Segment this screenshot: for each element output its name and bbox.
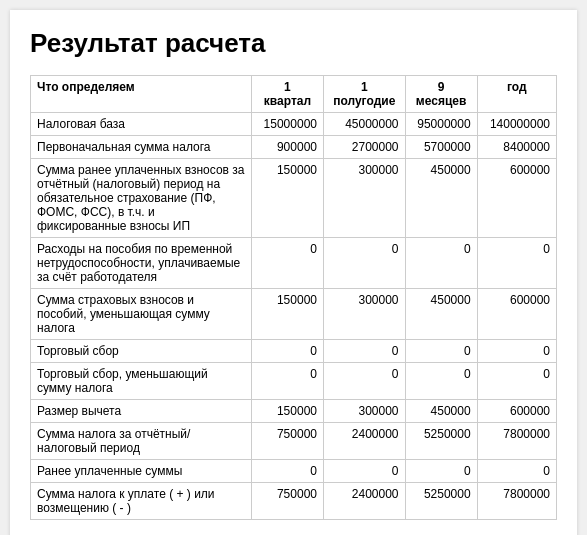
table-row: Размер вычета150000300000450000600000 (31, 400, 557, 423)
page-title: Результат расчета (30, 28, 557, 59)
table-row: Торговый сбор, уменьшающий сумму налога0… (31, 363, 557, 400)
table-row: Расходы на пособия по временной нетрудос… (31, 238, 557, 289)
row-q1: 750000 (251, 423, 323, 460)
row-year: 0 (477, 460, 556, 483)
col-header-year: год (477, 76, 556, 113)
row-h1: 2400000 (323, 483, 405, 520)
row-label: Сумма страховых взносов и пособий, умень… (31, 289, 252, 340)
row-year: 7800000 (477, 483, 556, 520)
row-label: Сумма налога за отчётный/налоговый перио… (31, 423, 252, 460)
row-h1: 45000000 (323, 113, 405, 136)
table-row: Сумма страховых взносов и пособий, умень… (31, 289, 557, 340)
row-h1: 300000 (323, 400, 405, 423)
table-row: Сумма налога к уплате ( + ) или возмещен… (31, 483, 557, 520)
row-m9: 0 (405, 363, 477, 400)
row-q1: 150000 (251, 159, 323, 238)
row-year: 0 (477, 340, 556, 363)
table-row: Первоначальная сумма налога9000002700000… (31, 136, 557, 159)
table-row: Торговый сбор0000 (31, 340, 557, 363)
col-header-q1: 1квартал (251, 76, 323, 113)
row-q1: 0 (251, 340, 323, 363)
row-year: 7800000 (477, 423, 556, 460)
table-row: Сумма ранее уплаченных взносов за отчётн… (31, 159, 557, 238)
row-label: Налоговая база (31, 113, 252, 136)
row-h1: 0 (323, 238, 405, 289)
table-row: Ранее уплаченные суммы0000 (31, 460, 557, 483)
row-label: Размер вычета (31, 400, 252, 423)
row-q1: 0 (251, 238, 323, 289)
row-q1: 900000 (251, 136, 323, 159)
results-table: Что определяем 1квартал 1полугодие 9меся… (30, 75, 557, 520)
row-m9: 0 (405, 238, 477, 289)
row-m9: 95000000 (405, 113, 477, 136)
row-h1: 2700000 (323, 136, 405, 159)
row-label: Сумма ранее уплаченных взносов за отчётн… (31, 159, 252, 238)
row-h1: 300000 (323, 289, 405, 340)
row-year: 8400000 (477, 136, 556, 159)
row-m9: 0 (405, 340, 477, 363)
row-m9: 5250000 (405, 423, 477, 460)
row-year: 600000 (477, 159, 556, 238)
row-label: Ранее уплаченные суммы (31, 460, 252, 483)
table-row: Сумма налога за отчётный/налоговый перио… (31, 423, 557, 460)
row-label: Сумма налога к уплате ( + ) или возмещен… (31, 483, 252, 520)
row-year: 0 (477, 363, 556, 400)
row-year: 140000000 (477, 113, 556, 136)
col-header-h1: 1полугодие (323, 76, 405, 113)
row-m9: 5700000 (405, 136, 477, 159)
row-year: 600000 (477, 289, 556, 340)
row-q1: 0 (251, 460, 323, 483)
col-header-m9: 9месяцев (405, 76, 477, 113)
row-year: 0 (477, 238, 556, 289)
row-year: 600000 (477, 400, 556, 423)
row-q1: 150000 (251, 289, 323, 340)
row-q1: 15000000 (251, 113, 323, 136)
row-h1: 0 (323, 363, 405, 400)
row-label: Торговый сбор (31, 340, 252, 363)
row-h1: 2400000 (323, 423, 405, 460)
row-q1: 0 (251, 363, 323, 400)
row-q1: 150000 (251, 400, 323, 423)
row-m9: 0 (405, 460, 477, 483)
row-m9: 450000 (405, 400, 477, 423)
col-header-label: Что определяем (31, 76, 252, 113)
row-h1: 300000 (323, 159, 405, 238)
row-m9: 5250000 (405, 483, 477, 520)
row-label: Расходы на пособия по временной нетрудос… (31, 238, 252, 289)
row-label: Первоначальная сумма налога (31, 136, 252, 159)
row-m9: 450000 (405, 159, 477, 238)
row-h1: 0 (323, 460, 405, 483)
row-label: Торговый сбор, уменьшающий сумму налога (31, 363, 252, 400)
table-row: Налоговая база15000000450000009500000014… (31, 113, 557, 136)
row-q1: 750000 (251, 483, 323, 520)
row-m9: 450000 (405, 289, 477, 340)
row-h1: 0 (323, 340, 405, 363)
